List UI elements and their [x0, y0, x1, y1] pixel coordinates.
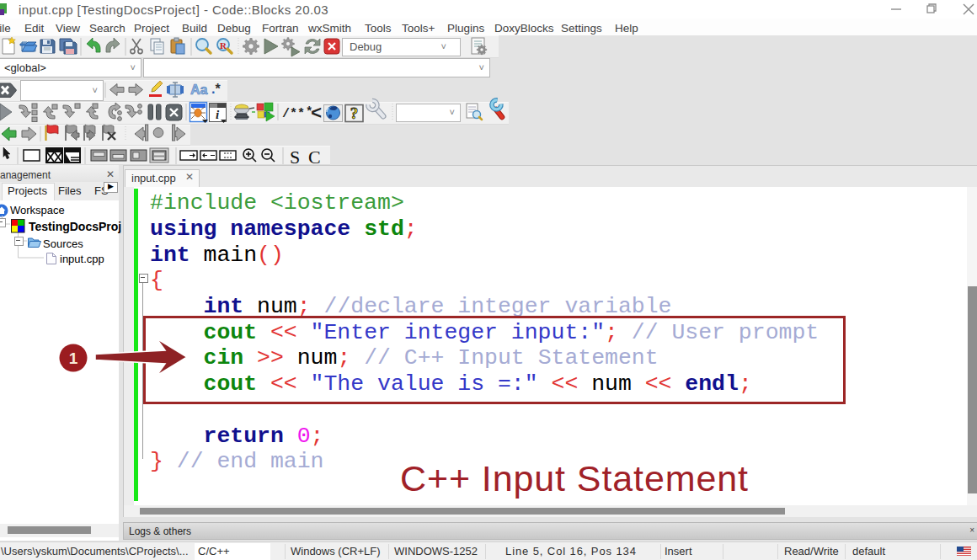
svg-text:S: S	[290, 147, 300, 165]
svg-text:<: <	[311, 104, 322, 125]
svg-text:?: ?	[350, 104, 359, 122]
svg-text:.*: .*	[211, 82, 221, 96]
svg-text:Aa: Aa	[190, 83, 208, 97]
svg-text:/**: /**	[282, 107, 305, 121]
svg-text:1: 1	[69, 349, 78, 367]
svg-text:C: C	[308, 147, 321, 165]
